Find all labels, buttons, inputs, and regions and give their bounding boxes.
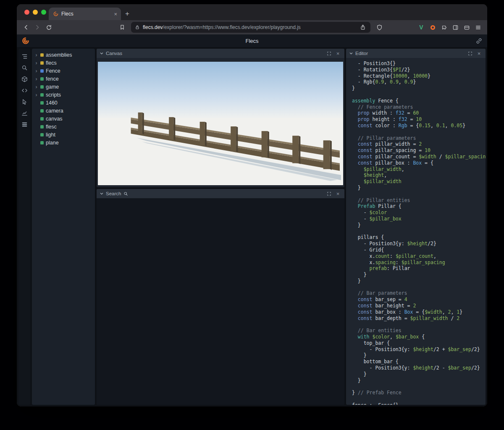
reload-button[interactable]	[44, 22, 54, 32]
code-line: pillars {	[352, 234, 486, 241]
inspect-icon[interactable]	[19, 97, 29, 107]
cube-icon[interactable]	[19, 74, 29, 84]
code-line: }	[352, 371, 486, 378]
tree-item-game[interactable]: ›game	[34, 83, 95, 91]
collapse-chevron-icon[interactable]	[100, 52, 103, 55]
window-controls	[24, 10, 46, 15]
tree-item-label: assemblies	[46, 52, 72, 58]
expand-panel-icon[interactable]	[326, 191, 332, 197]
close-panel-icon[interactable]: ×	[476, 50, 482, 57]
tree-item-Fence[interactable]: ›Fence	[34, 67, 95, 75]
canvas-panel: Canvas ×	[97, 49, 344, 187]
entity-kind-swatch	[40, 101, 44, 105]
tree-item-label: canvas	[46, 116, 63, 122]
expand-panel-icon[interactable]	[326, 50, 332, 57]
entity-kind-swatch	[40, 133, 44, 136]
tree-item-assemblies[interactable]: ›assemblies	[34, 51, 95, 59]
extensions-puzzle-icon[interactable]	[439, 22, 449, 32]
bookmark-icon[interactable]	[117, 22, 127, 32]
search-panel: Search ×	[97, 189, 344, 405]
expand-chevron-icon[interactable]: ›	[34, 92, 38, 97]
zoom-window-button[interactable]	[41, 10, 46, 15]
tree-item-label: Fence	[46, 68, 60, 74]
canvas-panel-header[interactable]: Canvas ×	[97, 49, 344, 58]
close-window-button[interactable]	[24, 10, 29, 15]
tree-item-light[interactable]: light	[34, 131, 95, 139]
entity-tree-icon[interactable]	[19, 51, 29, 61]
close-panel-icon[interactable]: ×	[335, 50, 341, 57]
tree-item-1460[interactable]: 1460	[34, 99, 95, 107]
sidebar-toggle-icon[interactable]	[450, 22, 460, 32]
back-button[interactable]	[21, 22, 31, 32]
shield-icon[interactable]	[374, 22, 384, 32]
menu-icon[interactable]	[473, 22, 483, 32]
rows-icon[interactable]	[19, 119, 29, 129]
code-line: x.count: $pillar_count,	[352, 253, 486, 260]
search-results-area[interactable]	[97, 198, 344, 405]
forward-button[interactable]	[32, 22, 42, 32]
expand-panel-icon[interactable]	[467, 50, 473, 57]
expand-chevron-icon[interactable]: ›	[34, 60, 38, 66]
stats-icon[interactable]	[19, 108, 29, 118]
code-line: const pillar_spacing = 10	[352, 147, 486, 154]
code-icon[interactable]	[19, 85, 29, 95]
code-line: - Position3{}	[352, 60, 486, 67]
address-bar[interactable]: flecs.dev/explorer/?wasm=https://www.fle…	[131, 22, 370, 33]
tab-close-icon[interactable]: ×	[114, 11, 117, 17]
code-line: }	[352, 378, 486, 384]
expand-chevron-icon[interactable]: ›	[34, 84, 38, 89]
close-panel-icon[interactable]: ×	[335, 191, 341, 197]
entity-kind-swatch	[40, 61, 44, 65]
code-line: const pillar_width = 2	[352, 141, 486, 147]
share-link-icon[interactable]	[476, 38, 482, 44]
expand-chevron-icon[interactable]: ›	[34, 52, 38, 58]
search-icon[interactable]	[19, 63, 29, 73]
tree-item-plane[interactable]: plane	[34, 139, 95, 147]
tree-item-flesc[interactable]: flesc	[34, 123, 95, 131]
share-icon[interactable]	[359, 24, 367, 31]
code-line	[352, 396, 486, 402]
entity-kind-swatch	[40, 109, 44, 113]
code-line: const pillar_box : Box = {	[352, 160, 486, 166]
code-line: Prefab Pillar {	[352, 203, 486, 210]
tree-item-label: camera	[46, 108, 63, 114]
code-line: const bar_depth = $pillar_width / 2	[352, 315, 486, 322]
extension-v-icon[interactable]: V	[416, 22, 426, 32]
tree-item-canvas[interactable]: canvas	[34, 115, 95, 123]
code-line: }	[352, 222, 486, 228]
editor-panel-title: Editor	[355, 51, 368, 56]
tree-item-flecs[interactable]: ›flecs	[34, 59, 95, 67]
canvas-viewport-wrap	[97, 58, 344, 187]
search-panel-header[interactable]: Search ×	[97, 189, 344, 198]
entity-kind-swatch	[40, 77, 44, 81]
tree-item-camera[interactable]: camera	[34, 107, 95, 115]
editor-panel-header[interactable]: Editor ×	[346, 49, 486, 58]
code-line: $height,	[352, 172, 486, 178]
code-line: - Grid{	[352, 247, 486, 253]
browser-tab-flecs[interactable]: Flecs ×	[49, 8, 121, 20]
code-line: - Position3{y: $height/2}	[352, 241, 486, 247]
tree-item-label: 1460	[46, 100, 58, 106]
editor-code[interactable]: - Position3{} - Rotation3{$PI/2} - Recta…	[346, 58, 486, 405]
collapse-chevron-icon[interactable]	[349, 52, 353, 55]
code-line: // Pillar parameters	[352, 135, 486, 142]
expand-chevron-icon[interactable]: ›	[34, 68, 38, 73]
url-path: /explorer/?wasm=https://www.flecs.dev/ex…	[163, 24, 300, 30]
expand-chevron-icon[interactable]: ›	[34, 76, 38, 81]
new-tab-button[interactable]: +	[121, 8, 134, 20]
canvas-3d-view[interactable]	[98, 62, 343, 185]
tab-strip: Flecs × +	[17, 4, 487, 20]
minimize-window-button[interactable]	[33, 10, 38, 15]
flecs-logo[interactable]	[22, 37, 29, 45]
entity-kind-swatch	[40, 85, 44, 89]
extension-orange-icon[interactable]	[428, 22, 438, 32]
explorer-main: ›assemblies›flecs›Fence›fence›game›scrip…	[17, 47, 487, 406]
entity-kind-swatch	[40, 125, 44, 128]
app-header: Flecs	[17, 34, 487, 47]
tree-item-fence[interactable]: ›fence	[34, 75, 95, 83]
collapse-chevron-icon[interactable]	[100, 192, 103, 195]
wallet-icon[interactable]	[462, 22, 472, 32]
code-line: - Rotation3{$PI/2}	[352, 67, 486, 73]
entity-kind-swatch	[40, 53, 44, 57]
tree-item-scripts[interactable]: ›scripts	[34, 91, 95, 99]
